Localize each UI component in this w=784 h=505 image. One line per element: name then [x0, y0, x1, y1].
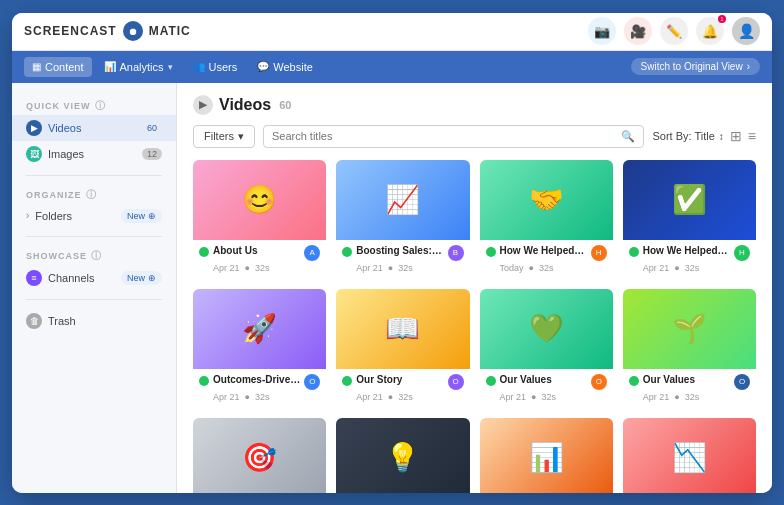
nav-website[interactable]: 💬 Website: [249, 57, 321, 77]
video-status-dot: [342, 376, 352, 386]
video-card[interactable]: 🌱 Our Values O Apr 21 ● 32s: [623, 289, 756, 408]
video-card[interactable]: 📖 Our Story O Apr 21 ● 32s: [336, 289, 469, 408]
thumb-emoji: 🤝: [529, 183, 564, 216]
sidebar-item-trash[interactable]: 🗑 Trash: [12, 308, 176, 334]
video-title: Our Values: [500, 374, 587, 385]
main-layout: QUICK VIEW ⓘ ▶ Videos 60 🖼 Images 12 ORG…: [12, 83, 772, 493]
sidebar-item-channels[interactable]: ≡ Channels New ⊕: [12, 265, 176, 291]
thumb-emoji: 😊: [242, 183, 277, 216]
video-thumbnail: 🎯: [193, 418, 326, 493]
channels-plus-icon: ⊕: [148, 273, 156, 283]
video-card[interactable]: ✅ How We Helped X&Co H Apr 21 ● 32s: [623, 160, 756, 279]
grid-view-button[interactable]: ⊞: [730, 128, 742, 144]
video-card[interactable]: 💚 Our Values O Apr 21 ● 32s: [480, 289, 613, 408]
video-card[interactable]: 📉 The Numbers: Young... T Apr 21 ● 32s: [623, 418, 756, 493]
video-card[interactable]: 📊 The Numbers: Young... T Apr 21 ● 32s: [480, 418, 613, 493]
toolbar-right: Sort By: Title ↕ ⊞ ≡: [652, 128, 756, 144]
folders-expand-icon: ›: [26, 210, 29, 221]
thumb-emoji: 📖: [385, 312, 420, 345]
sort-icon: ↕: [719, 131, 724, 142]
organize-label: ORGANIZE ⓘ: [12, 184, 176, 204]
avatar-initial: B: [453, 248, 458, 257]
camera-icon[interactable]: 📷: [588, 17, 616, 45]
video-thumbnail: 😊: [193, 160, 326, 240]
edit-icon[interactable]: ✏️: [660, 17, 688, 45]
channels-label: Channels: [48, 272, 115, 284]
content-title: ▶ Videos 60: [193, 95, 291, 115]
quick-view-info-icon: ⓘ: [95, 99, 106, 113]
video-thumbnail: 💡: [336, 418, 469, 493]
videos-label: Videos: [48, 122, 136, 134]
content-count: 60: [279, 99, 291, 111]
switch-view-button[interactable]: Switch to Original View ›: [631, 58, 760, 75]
video-meta: Apr 21 ● 32s: [629, 263, 750, 273]
video-avatar: A: [304, 245, 320, 261]
video-status-dot: [629, 247, 639, 257]
video-title: How We Helped X&Co: [500, 245, 587, 256]
video-card[interactable]: 🎯 Principles We Stand By... P Apr 21 ● 3…: [193, 418, 326, 493]
video-thumbnail: ✅: [623, 160, 756, 240]
switch-view-arrow: ›: [747, 61, 750, 72]
video-card[interactable]: 🤝 How We Helped X&Co H Today ● 32s: [480, 160, 613, 279]
nav-analytics[interactable]: 📊 Analytics ▾: [96, 57, 181, 77]
video-card[interactable]: 😊 About Us A Apr 21 ● 32s: [193, 160, 326, 279]
thumb-emoji: 📈: [385, 183, 420, 216]
video-card[interactable]: 🚀 Outcomes-Driven Ap... O Apr 21 ● 32s: [193, 289, 326, 408]
video-thumbnail: 🤝: [480, 160, 613, 240]
avatar[interactable]: 👤: [732, 17, 760, 45]
logo-text: SCREENCAST: [24, 24, 117, 38]
switch-view-label: Switch to Original View: [641, 61, 743, 72]
video-thumbnail: 📉: [623, 418, 756, 493]
video-status-dot: [199, 247, 209, 257]
channels-new-button[interactable]: New ⊕: [121, 271, 162, 285]
video-title: How We Helped X&Co: [643, 245, 730, 256]
folders-label: Folders: [35, 210, 115, 222]
video-title-row: Our Story O: [342, 374, 463, 390]
search-box[interactable]: 🔍: [263, 125, 645, 148]
video-thumbnail: 🌱: [623, 289, 756, 369]
search-icon: 🔍: [621, 130, 635, 143]
sort-button[interactable]: Sort By: Title ↕: [652, 130, 723, 142]
channels-new-label: New: [127, 273, 145, 283]
video-info: Our Story O Apr 21 ● 32s: [336, 369, 469, 408]
sidebar-item-images[interactable]: 🖼 Images 12: [12, 141, 176, 167]
new-label: New: [127, 211, 145, 221]
images-label: Images: [48, 148, 136, 160]
video-status-dot: [486, 247, 496, 257]
search-input[interactable]: [272, 130, 616, 142]
thumb-emoji: ✅: [672, 183, 707, 216]
nav-website-label: Website: [273, 61, 313, 73]
filters-chevron: ▾: [238, 130, 244, 143]
video-meta: Apr 21 ● 32s: [486, 392, 607, 402]
sidebar-item-videos[interactable]: ▶ Videos 60: [12, 115, 176, 141]
video-thumbnail: 📈: [336, 160, 469, 240]
video-avatar: H: [591, 245, 607, 261]
video-avatar: O: [448, 374, 464, 390]
nav-content[interactable]: ▦ Content: [24, 57, 92, 77]
video-meta: Apr 21 ● 32s: [342, 263, 463, 273]
video-card[interactable]: 📈 Boosting Sales: X&Co B Apr 21 ● 32s: [336, 160, 469, 279]
video-title-row: Our Values O: [486, 374, 607, 390]
content-title-text: Videos: [219, 96, 271, 114]
videos-icon: ▶: [26, 120, 42, 136]
folders-new-button[interactable]: New ⊕: [121, 209, 162, 223]
list-view-button[interactable]: ≡: [748, 128, 756, 144]
thumb-emoji: 🚀: [242, 312, 277, 345]
filters-button[interactable]: Filters ▾: [193, 125, 255, 148]
video-meta: Apr 21 ● 32s: [199, 392, 320, 402]
video-status-dot: [629, 376, 639, 386]
record-icon[interactable]: 🎥: [624, 17, 652, 45]
nav-users[interactable]: 👥 Users: [185, 57, 246, 77]
sidebar-item-folders[interactable]: › Folders New ⊕: [12, 204, 176, 228]
video-meta: Apr 21 ● 32s: [629, 392, 750, 402]
avatar-initial: O: [739, 377, 745, 386]
nav-users-label: Users: [209, 61, 238, 73]
video-grid: 😊 About Us A Apr 21 ● 32s 📈 Boosting Sal…: [193, 160, 756, 493]
title-bar: SCREENCAST ⏺ MATIC 📷 🎥 ✏️ 🔔 1 👤: [12, 13, 772, 51]
video-card[interactable]: 💡 Sales Lift: Merriwe... S Apr 21 ● 32s: [336, 418, 469, 493]
avatar-initial: H: [739, 248, 745, 257]
notification-icon[interactable]: 🔔 1: [696, 17, 724, 45]
video-title: About Us: [213, 245, 300, 256]
users-icon: 👥: [193, 61, 205, 72]
analytics-icon: 📊: [104, 61, 116, 72]
